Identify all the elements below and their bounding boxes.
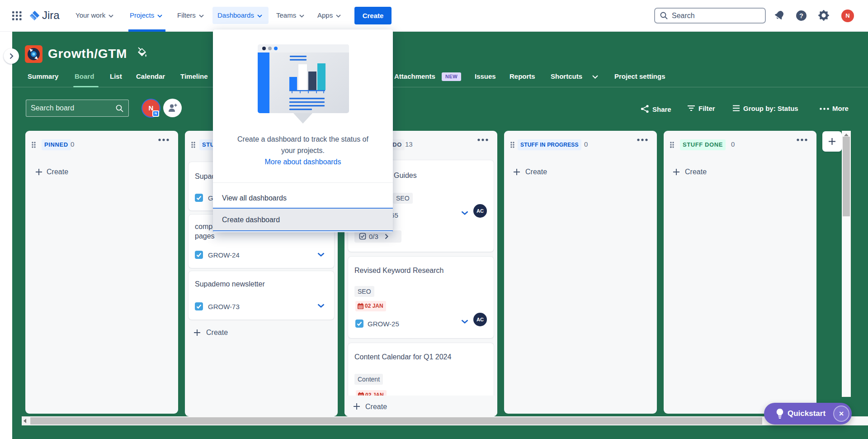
svg-text:?: ? — [799, 12, 803, 19]
